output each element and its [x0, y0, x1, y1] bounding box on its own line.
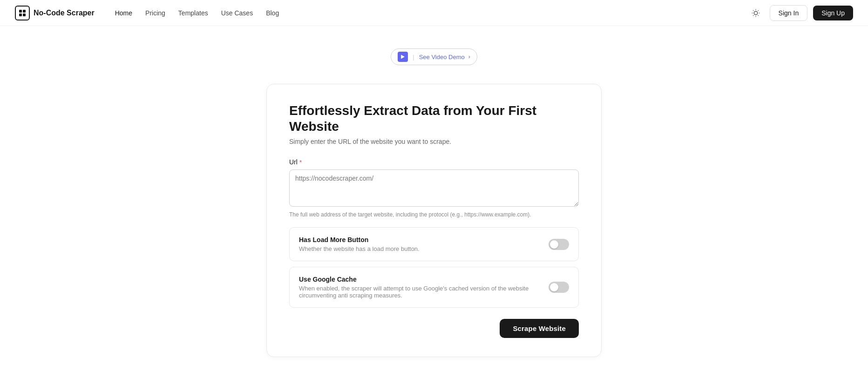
signup-button[interactable]: Sign Up	[813, 6, 853, 20]
navigation: No-Code Scraper Home Pricing Templates U…	[0, 0, 868, 26]
google-cache-toggle-switch[interactable]	[549, 282, 569, 293]
video-demo-arrow: ›	[468, 54, 470, 60]
nav-blog[interactable]: Blog	[260, 7, 285, 20]
nav-pricing[interactable]: Pricing	[140, 7, 171, 20]
svg-rect-2	[19, 14, 22, 16]
google-cache-toggle-slider	[549, 282, 569, 293]
google-cache-toggle-title: Use Google Cache	[299, 276, 541, 283]
load-more-toggle-slider	[549, 239, 569, 250]
nav-use-cases[interactable]: Use Cases	[216, 7, 258, 20]
theme-toggle-button[interactable]	[747, 5, 764, 21]
google-cache-toggle-desc: When enabled, the scraper will attempt t…	[299, 285, 541, 299]
google-cache-toggle-content: Use Google Cache When enabled, the scrap…	[299, 276, 541, 299]
url-hint: The full web address of the target websi…	[289, 211, 579, 218]
url-label: Url *	[289, 158, 579, 166]
scrape-website-button[interactable]: Scrape Website	[500, 319, 579, 338]
logo-icon	[15, 6, 30, 20]
video-demo-text: See Video Demo	[419, 54, 465, 61]
nav-links: Home Pricing Templates Use Cases Blog	[109, 7, 747, 20]
svg-rect-1	[23, 10, 26, 13]
main-content: | See Video Demo › Effortlessly Extract …	[0, 26, 868, 378]
svg-point-4	[754, 11, 758, 15]
svg-line-12	[758, 10, 758, 11]
card-subtitle: Simply enter the URL of the website you …	[289, 138, 579, 145]
url-required-indicator: *	[299, 159, 302, 166]
nav-home[interactable]: Home	[109, 7, 138, 20]
video-demo-link[interactable]: | See Video Demo ›	[391, 48, 477, 65]
scraper-card: Effortlessly Extract Data from Your Firs…	[266, 84, 602, 357]
url-input[interactable]	[289, 169, 579, 207]
svg-rect-3	[23, 14, 26, 16]
load-more-toggle-content: Has Load More Button Whether the website…	[299, 236, 541, 252]
svg-line-7	[753, 10, 753, 11]
video-demo-icon	[398, 52, 408, 62]
nav-right: Sign In Sign Up	[747, 5, 853, 21]
logo-text: No-Code Scraper	[34, 9, 95, 17]
card-title: Effortlessly Extract Data from Your Firs…	[289, 103, 579, 134]
logo[interactable]: No-Code Scraper	[15, 6, 95, 20]
load-more-toggle-card: Has Load More Button Whether the website…	[289, 227, 579, 261]
signin-button[interactable]: Sign In	[770, 5, 808, 21]
load-more-toggle-title: Has Load More Button	[299, 236, 541, 243]
load-more-toggle-desc: Whether the website has a load more butt…	[299, 245, 541, 252]
google-cache-toggle-card: Use Google Cache When enabled, the scrap…	[289, 267, 579, 308]
scrape-btn-row: Scrape Website	[289, 319, 579, 338]
svg-line-11	[753, 15, 753, 15]
video-demo-divider: |	[413, 54, 414, 61]
load-more-toggle-switch[interactable]	[549, 239, 569, 250]
svg-line-8	[758, 15, 758, 15]
nav-templates[interactable]: Templates	[173, 7, 214, 20]
svg-rect-0	[19, 10, 22, 13]
url-field-group: Url * The full web address of the target…	[289, 158, 579, 218]
